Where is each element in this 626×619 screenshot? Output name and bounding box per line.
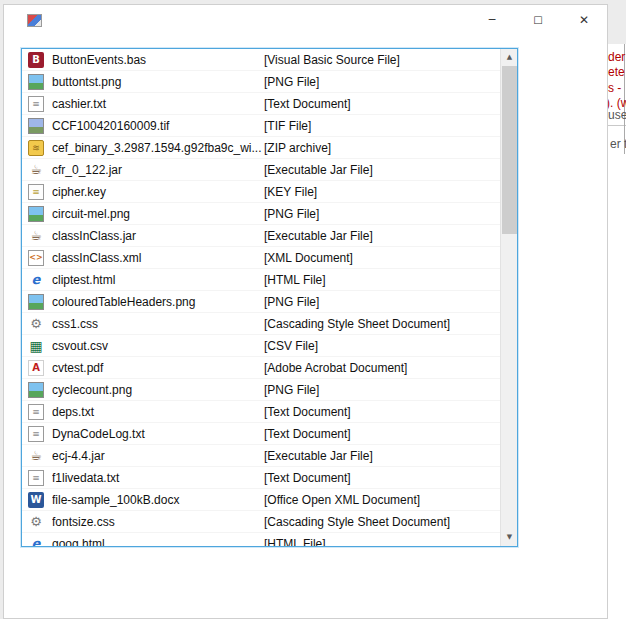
file-name: f1livedata.txt: [52, 471, 264, 485]
jar-file-icon: ☕: [28, 162, 44, 178]
file-row[interactable]: cyclecount.png [PNG File]: [22, 379, 500, 401]
background-divider: [606, 125, 626, 126]
docx-file-icon: W: [28, 492, 44, 508]
file-type: [Text Document]: [264, 97, 351, 111]
file-row[interactable]: circuit-mel.png [PNG File]: [22, 203, 500, 225]
file-row[interactable]: ▦ csvout.csv [CSV File]: [22, 335, 500, 357]
file-row[interactable]: ≡ DynaCodeLog.txt [Text Document]: [22, 423, 500, 445]
file-row[interactable]: ⚙ fontsize.css [Cascading Style Sheet Do…: [22, 511, 500, 533]
file-name: classInClass.xml: [52, 251, 264, 265]
file-type: [KEY File]: [264, 185, 317, 199]
file-type: [PNG File]: [264, 207, 319, 221]
file-row[interactable]: ☕ ecj-4.4.jar [Executable Jar File]: [22, 445, 500, 467]
file-name: ecj-4.4.jar: [52, 449, 264, 463]
file-name: deps.txt: [52, 405, 264, 419]
file-row[interactable]: ≡ deps.txt [Text Document]: [22, 401, 500, 423]
file-row[interactable]: ≡ f1livedata.txt [Text Document]: [22, 467, 500, 489]
scroll-up-arrow-icon[interactable]: ▲: [501, 49, 518, 66]
file-row[interactable]: ⚙ css1.css [Cascading Style Sheet Docume…: [22, 313, 500, 335]
app-window: ─ □ ✕ B ButtonEvents.bas [Visual Basic S…: [3, 4, 608, 619]
file-type: [PNG File]: [264, 295, 319, 309]
scrollbar-thumb[interactable]: [502, 66, 517, 234]
file-row[interactable]: ☕ classInClass.jar [Executable Jar File]: [22, 225, 500, 247]
file-name: cfr_0_122.jar: [52, 163, 264, 177]
csv-file-icon: ▦: [28, 338, 44, 354]
file-row[interactable]: B ButtonEvents.bas [Visual Basic Source …: [22, 49, 500, 71]
file-row[interactable]: e cliptest.html [HTML File]: [22, 269, 500, 291]
file-row[interactable]: colouredTableHeaders.png [PNG File]: [22, 291, 500, 313]
file-name: colouredTableHeaders.png: [52, 295, 264, 309]
file-row[interactable]: <> classInClass.xml [XML Document]: [22, 247, 500, 269]
file-type: [Visual Basic Source File]: [264, 53, 400, 67]
file-type: [HTML File]: [264, 273, 326, 287]
file-type: [HTML File]: [264, 537, 326, 547]
maximize-button[interactable]: □: [515, 5, 561, 35]
close-button[interactable]: ✕: [561, 5, 607, 35]
file-row[interactable]: ≋ cef_binary_3.2987.1594.g92fba9c_wi... …: [22, 137, 500, 159]
file-name: css1.css: [52, 317, 264, 331]
background-text-fragment: s -: [608, 81, 621, 95]
file-row[interactable]: A cvtest.pdf [Adobe Acrobat Document]: [22, 357, 500, 379]
scroll-down-arrow-icon[interactable]: ▼: [501, 529, 518, 546]
file-name: cyclecount.png: [52, 383, 264, 397]
file-type: [Executable Jar File]: [264, 163, 373, 177]
xml-file-icon: <>: [28, 250, 44, 266]
file-name: cvtest.pdf: [52, 361, 264, 375]
file-name: fontsize.css: [52, 515, 264, 529]
file-name: csvout.csv: [52, 339, 264, 353]
txt-file-icon: ≡: [28, 426, 44, 442]
background-text-fragment: user: [608, 108, 626, 122]
file-name: cipher.key: [52, 185, 264, 199]
background-text-fragment: der: [608, 50, 625, 64]
file-type: [Office Open XML Document]: [264, 493, 420, 507]
css-file-icon: ⚙: [28, 316, 44, 332]
txt-file-icon: ≡: [28, 96, 44, 112]
html-file-icon: e: [28, 536, 44, 547]
file-name: cef_binary_3.2987.1594.g92fba9c_wi...: [52, 141, 264, 155]
pdf-file-icon: A: [28, 360, 44, 376]
file-row[interactable]: ≡ cashier.txt [Text Document]: [22, 93, 500, 115]
titlebar[interactable]: ─ □ ✕: [4, 5, 607, 45]
file-row[interactable]: ☕ cfr_0_122.jar [Executable Jar File]: [22, 159, 500, 181]
jar-file-icon: ☕: [28, 448, 44, 464]
file-type: [Cascading Style Sheet Document]: [264, 317, 450, 331]
file-type: [Executable Jar File]: [264, 229, 373, 243]
jar-file-icon: ☕: [28, 228, 44, 244]
file-type: [TIF File]: [264, 119, 311, 133]
file-type: [XML Document]: [264, 251, 353, 265]
txt-file-icon: ≡: [28, 404, 44, 420]
png-file-icon: [28, 74, 44, 90]
tif-file-icon: [28, 118, 44, 134]
file-row[interactable]: ≡ cipher.key [KEY File]: [22, 181, 500, 203]
file-list-panel: B ButtonEvents.bas [Visual Basic Source …: [21, 48, 518, 547]
file-type: [CSV File]: [264, 339, 318, 353]
file-name: CCF100420160009.tif: [52, 119, 264, 133]
file-name: buttontst.png: [52, 75, 264, 89]
file-type: [PNG File]: [264, 383, 319, 397]
file-name: file-sample_100kB.docx: [52, 493, 264, 507]
file-name: cliptest.html: [52, 273, 264, 287]
minimize-button[interactable]: ─: [469, 5, 515, 35]
file-name: classInClass.jar: [52, 229, 264, 243]
file-row[interactable]: e goog.html [HTML File]: [22, 533, 500, 546]
file-name: cashier.txt: [52, 97, 264, 111]
file-type: [Cascading Style Sheet Document]: [264, 515, 450, 529]
background-text-fragment: ete: [608, 65, 625, 79]
background-text-fragment: er to: [610, 137, 626, 151]
file-type: [Executable Jar File]: [264, 449, 373, 463]
file-type: [Text Document]: [264, 405, 351, 419]
file-name: circuit-mel.png: [52, 207, 264, 221]
file-row[interactable]: CCF100420160009.tif [TIF File]: [22, 115, 500, 137]
file-name: DynaCodeLog.txt: [52, 427, 264, 441]
png-file-icon: [28, 382, 44, 398]
png-file-icon: [28, 206, 44, 222]
file-row[interactable]: buttontst.png [PNG File]: [22, 71, 500, 93]
key-file-icon: ≡: [28, 184, 44, 200]
file-type: [Text Document]: [264, 471, 351, 485]
scrollbar[interactable]: ▲ ▼: [500, 49, 517, 546]
file-row[interactable]: W file-sample_100kB.docx [Office Open XM…: [22, 489, 500, 511]
css-file-icon: ⚙: [28, 514, 44, 530]
window-icon: [27, 14, 42, 27]
png-file-icon: [28, 294, 44, 310]
vb-file-icon: B: [28, 52, 44, 68]
